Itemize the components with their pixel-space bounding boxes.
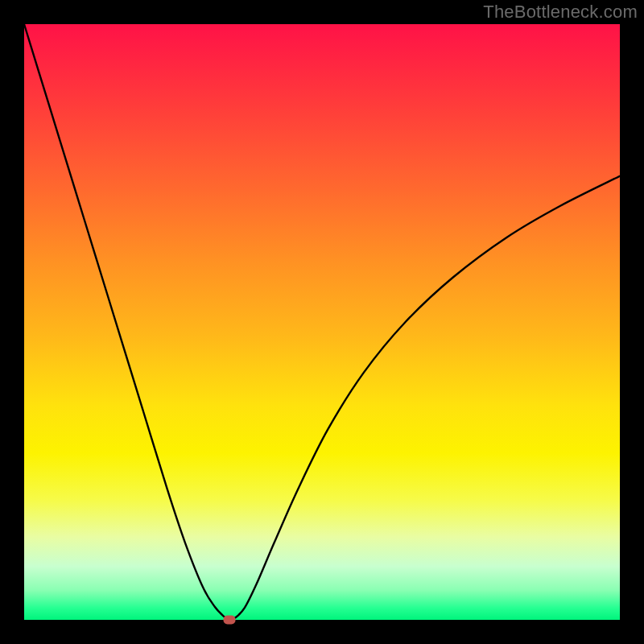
plot-area: [24, 24, 620, 620]
chart-frame: TheBottleneck.com: [0, 0, 644, 644]
bottleneck-curve: [24, 24, 620, 620]
watermark-text: TheBottleneck.com: [483, 2, 638, 23]
balance-point-marker: [224, 616, 236, 625]
